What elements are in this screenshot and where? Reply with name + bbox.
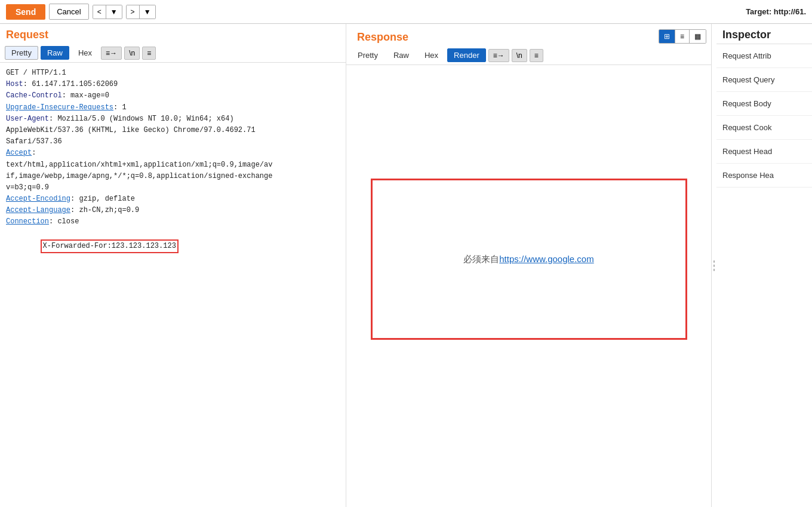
response-body: 必须来自https://www.google.com <box>346 65 711 507</box>
req-line-8: text/html,application/xhtml+xml,applicat… <box>6 159 340 171</box>
rendered-link[interactable]: https://www.google.com <box>499 254 593 264</box>
req-line-9: if,image/webp,image/apng,*/*;q=0.8,appli… <box>6 171 340 182</box>
main-content: Request Pretty Raw Hex ≡→ \n ≡ GET / HTT… <box>0 24 812 507</box>
nav-next-button[interactable]: > <box>127 5 140 19</box>
request-menu-icon[interactable]: ≡ <box>142 47 156 60</box>
request-title: Request <box>0 24 346 44</box>
req-line-2: Cache-Control: max-age=0 <box>6 90 340 102</box>
response-title: Response <box>351 26 414 46</box>
response-tab-bar: Pretty Raw Hex Render ≡→ \n ≡ <box>346 46 711 65</box>
req-line-4: User-Agent: Mozilla/5.0 (Windows NT 10.0… <box>6 113 340 125</box>
drag-handle-vertical[interactable] <box>712 24 716 507</box>
rendered-text: 必须来自https://www.google.com <box>463 254 593 265</box>
req-line-1: Host: 61.147.171.105:62069 <box>6 79 340 90</box>
nav-next-arrow-button[interactable]: ▼ <box>140 5 155 19</box>
response-newline-icon[interactable]: \n <box>512 49 527 62</box>
cancel-button[interactable]: Cancel <box>49 4 88 20</box>
tab-response-pretty[interactable]: Pretty <box>351 48 385 62</box>
inspector-title: Inspector <box>716 24 812 44</box>
inspector-item-request-head[interactable]: Request Head <box>716 140 812 164</box>
view-toggle-list[interactable]: ≡ <box>675 30 690 43</box>
response-menu-icon[interactable]: ≡ <box>530 49 543 62</box>
nav-prev-group: < ▼ <box>93 5 122 19</box>
req-line-12: Accept-Language: zh-CN,zh;q=0.9 <box>6 205 340 216</box>
rendered-frame: 必须来自https://www.google.com <box>371 179 687 340</box>
tab-request-pretty[interactable]: Pretty <box>5 46 38 60</box>
tab-response-hex[interactable]: Hex <box>418 48 445 62</box>
inspector-item-request-attrib[interactable]: Request Attrib <box>716 44 812 68</box>
req-line-10: v=b3;q=0.9 <box>6 182 340 193</box>
inspector-item-request-cook[interactable]: Request Cook <box>716 116 812 140</box>
req-line-14: X-Forwarded-For:123.123.123.123 <box>6 228 340 265</box>
request-panel: Request Pretty Raw Hex ≡→ \n ≡ GET / HTT… <box>0 24 346 507</box>
req-line-13: Connection: close <box>6 216 340 228</box>
inspector-item-request-body[interactable]: Request Body <box>716 92 812 116</box>
req-line-3: Upgrade-Insecure-Requests: 1 <box>6 102 340 113</box>
view-toggle-split[interactable]: ⊞ <box>659 30 675 43</box>
inspector-panel: Inspector Request Attrib Request Query R… <box>716 24 812 507</box>
req-line-11: Accept-Encoding: gzip, deflate <box>6 193 340 205</box>
request-tab-bar: Pretty Raw Hex ≡→ \n ≡ <box>0 44 346 63</box>
tab-request-raw[interactable]: Raw <box>41 46 69 60</box>
response-panel: Response ⊞ ≡ ▦ Pretty Raw Hex Render ≡→ … <box>346 24 712 507</box>
inspector-item-response-hea[interactable]: Response Hea <box>716 164 812 188</box>
inspector-items-list: Request Attrib Request Query Request Bod… <box>716 44 812 507</box>
send-button[interactable]: Send <box>6 4 45 20</box>
nav-prev-button[interactable]: < <box>93 5 106 19</box>
request-format-icon[interactable]: ≡→ <box>101 47 122 60</box>
target-label: Target: http://61. <box>746 7 806 16</box>
request-newline-icon[interactable]: \n <box>124 47 140 60</box>
rendered-prefix: 必须来自 <box>463 254 499 264</box>
toolbar: Send Cancel < ▼ > ▼ Target: http://61. <box>0 0 812 24</box>
req-line-0: GET / HTTP/1.1 <box>6 67 340 79</box>
view-toggle-grid[interactable]: ▦ <box>690 30 706 43</box>
nav-prev-arrow-button[interactable]: ▼ <box>106 5 122 19</box>
response-format-icon[interactable]: ≡→ <box>488 49 509 62</box>
nav-next-group: > ▼ <box>126 5 156 19</box>
inspector-item-request-query[interactable]: Request Query <box>716 68 812 92</box>
tab-request-hex[interactable]: Hex <box>72 46 99 60</box>
req-line-5: AppleWebKit/537.36 (KHTML, like Gecko) C… <box>6 125 340 136</box>
tab-response-render[interactable]: Render <box>447 48 486 62</box>
request-content: GET / HTTP/1.1 Host: 61.147.171.105:6206… <box>0 63 346 507</box>
tab-response-raw[interactable]: Raw <box>387 48 416 62</box>
view-toggle-group: ⊞ ≡ ▦ <box>659 29 706 44</box>
req-line-6: Safari/537.36 <box>6 136 340 148</box>
req-line-7: Accept: <box>6 148 340 159</box>
forwarded-for-highlight: X-Forwarded-For:123.123.123.123 <box>41 239 179 253</box>
